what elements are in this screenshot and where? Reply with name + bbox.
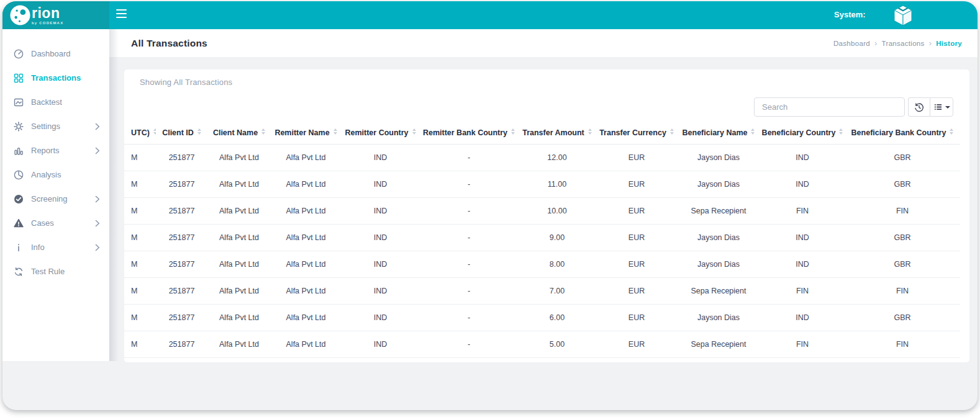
- table-row[interactable]: M251877Alfa Pvt LtdAlfa Pvt LtdIND-7.00E…: [124, 277, 960, 304]
- breadcrumb-separator: ›: [874, 38, 878, 48]
- table-cell: Alfa Pvt Ltd: [271, 144, 341, 171]
- table-cell: IND: [341, 277, 420, 304]
- column-header-transfer-amount[interactable]: Transfer Amount: [518, 122, 596, 144]
- gauge-icon: [13, 48, 24, 60]
- sort-icon: [412, 128, 416, 135]
- table-cell: 251877: [156, 144, 207, 171]
- pie-chart-icon: [13, 169, 24, 181]
- sort-icon: [950, 128, 953, 135]
- history-icon: [914, 102, 924, 112]
- column-header-beneficiary-bank-country[interactable]: Beneficiary Bank Country: [845, 122, 960, 144]
- sidebar-item-reports[interactable]: Reports: [2, 138, 109, 163]
- page-title: All Transactions: [131, 38, 207, 49]
- table-row[interactable]: M251877Alfa Pvt LtdAlfa Pvt LtdIND-6.00E…: [124, 304, 960, 331]
- table-cell: GBR: [845, 224, 960, 251]
- system-cube-icon[interactable]: [892, 4, 914, 27]
- column-header-transfer-currency[interactable]: Transfer Currency: [596, 122, 677, 144]
- table-cell: IND: [760, 251, 845, 277]
- table-cell: IND: [760, 144, 845, 171]
- table-cell: IND: [341, 171, 420, 197]
- table-cell: IND: [760, 304, 845, 331]
- table-cell: FIN: [845, 277, 960, 304]
- table-cell: FIN: [760, 197, 845, 224]
- brand-name: rion by CODEMAX: [32, 6, 63, 25]
- table-cell: Alfa Pvt Ltd: [207, 197, 271, 224]
- table-cell: Alfa Pvt Ltd: [271, 304, 341, 331]
- table-cell: FIN: [760, 331, 845, 357]
- sidebar-item-test-rule[interactable]: Test Rule: [2, 259, 109, 284]
- sidebar-item-settings[interactable]: Settings: [2, 114, 109, 138]
- sidebar-item-label: Transactions: [31, 73, 81, 83]
- chevron-right-icon: [95, 244, 100, 251]
- table-cell: FIN: [845, 197, 960, 224]
- top-bar: rion by CODEMAX System:: [2, 1, 978, 29]
- table-cell: Sepa Recepient: [677, 331, 760, 357]
- sidebar-item-info[interactable]: Info: [2, 235, 109, 259]
- list-view-button[interactable]: [930, 97, 953, 117]
- hamburger-menu-icon[interactable]: [116, 9, 127, 18]
- table-cell: 251877: [156, 251, 207, 277]
- table-cell: FIN: [845, 331, 960, 357]
- check-circle-icon: [13, 194, 24, 205]
- sidebar-item-dashboard[interactable]: Dashboard: [2, 42, 109, 66]
- table-cell: FIN: [760, 277, 845, 304]
- table-cell: -: [420, 277, 518, 304]
- grid-icon: [13, 73, 24, 84]
- sidebar-item-label: Test Rule: [31, 267, 65, 276]
- table-cell: IND: [760, 171, 845, 197]
- gear-icon: [13, 121, 24, 132]
- column-header-beneficiary-country[interactable]: Beneficiary Country: [760, 122, 845, 144]
- table-toolbar: [908, 97, 953, 117]
- column-header-remitter-bank-country[interactable]: Remitter Bank Country: [420, 122, 518, 144]
- column-header-remitter-name[interactable]: Remitter Name: [271, 122, 341, 144]
- table-cell: Alfa Pvt Ltd: [207, 171, 271, 197]
- sidebar-item-transactions[interactable]: Transactions: [2, 66, 109, 90]
- sidebar: Dashboard Transactions Backtest: [2, 29, 109, 361]
- sidebar-item-screening[interactable]: Screening: [2, 187, 109, 211]
- brand-byline: by CODEMAX: [32, 21, 63, 25]
- table-cell: Alfa Pvt Ltd: [271, 331, 341, 357]
- breadcrumb-dashboard[interactable]: Dashboard: [833, 40, 870, 47]
- title-bar: All Transactions Dashboard › Transaction…: [109, 29, 978, 57]
- table-cell: M: [124, 277, 156, 304]
- column-header-beneficiary-name[interactable]: Beneficiary Name: [677, 122, 760, 144]
- breadcrumb-transactions[interactable]: Transactions: [882, 40, 925, 47]
- table-row[interactable]: M251877Alfa Pvt LtdAlfa Pvt LtdIND-9.00E…: [124, 224, 960, 251]
- table-cell: IND: [341, 144, 420, 171]
- chevron-right-icon: [95, 195, 100, 203]
- sidebar-item-backtest[interactable]: Backtest: [2, 90, 109, 114]
- column-header-client-name[interactable]: Client Name: [207, 122, 271, 144]
- table-cell: EUR: [596, 304, 677, 331]
- brand-logo: rion by CODEMAX: [2, 1, 109, 29]
- history-button[interactable]: [908, 97, 930, 117]
- sidebar-item-cases[interactable]: Cases: [2, 211, 109, 235]
- card-subtitle: Showing All Transactions: [140, 78, 232, 87]
- column-header-utc[interactable]: UTC): [124, 122, 156, 144]
- table-cell: 6.00: [518, 304, 596, 331]
- table-cell: 8.00: [518, 251, 596, 277]
- table-cell: IND: [341, 251, 420, 277]
- orion-moon-logo-icon: [9, 4, 31, 26]
- table-cell: Alfa Pvt Ltd: [207, 251, 271, 277]
- sidebar-item-label: Screening: [31, 194, 68, 203]
- sidebar-item-label: Settings: [31, 122, 60, 131]
- column-header-client-id[interactable]: Client ID: [156, 122, 207, 144]
- table-cell: M: [124, 331, 156, 357]
- transactions-card: Showing All Transactions: [124, 69, 969, 362]
- table-cell: 10.00: [518, 197, 596, 224]
- column-header-remitter-country[interactable]: Remitter Country: [341, 122, 420, 144]
- table-cell: Jayson Dias: [677, 251, 760, 277]
- table-row[interactable]: M251877Alfa Pvt LtdAlfa Pvt LtdIND-12.00…: [124, 144, 960, 171]
- table-row[interactable]: M251877Alfa Pvt LtdAlfa Pvt LtdIND-11.00…: [124, 171, 960, 197]
- table-cell: 251877: [156, 224, 207, 251]
- sidebar-item-analysis[interactable]: Analysis: [2, 163, 109, 187]
- table-cell: EUR: [596, 224, 677, 251]
- table-row[interactable]: M251877Alfa Pvt LtdAlfa Pvt LtdIND-8.00E…: [124, 251, 960, 277]
- chart-image-icon: [13, 97, 24, 108]
- table-cell: Alfa Pvt Ltd: [271, 224, 341, 251]
- table-cell: 251877: [156, 197, 207, 224]
- table-row[interactable]: M251877Alfa Pvt LtdAlfa Pvt LtdIND-10.00…: [124, 197, 960, 224]
- table-row[interactable]: M251877Alfa Pvt LtdAlfa Pvt LtdIND-5.00E…: [124, 331, 960, 357]
- transactions-table: UTC) Client ID Client Name Remitter Name…: [124, 122, 960, 358]
- search-input[interactable]: [754, 97, 905, 117]
